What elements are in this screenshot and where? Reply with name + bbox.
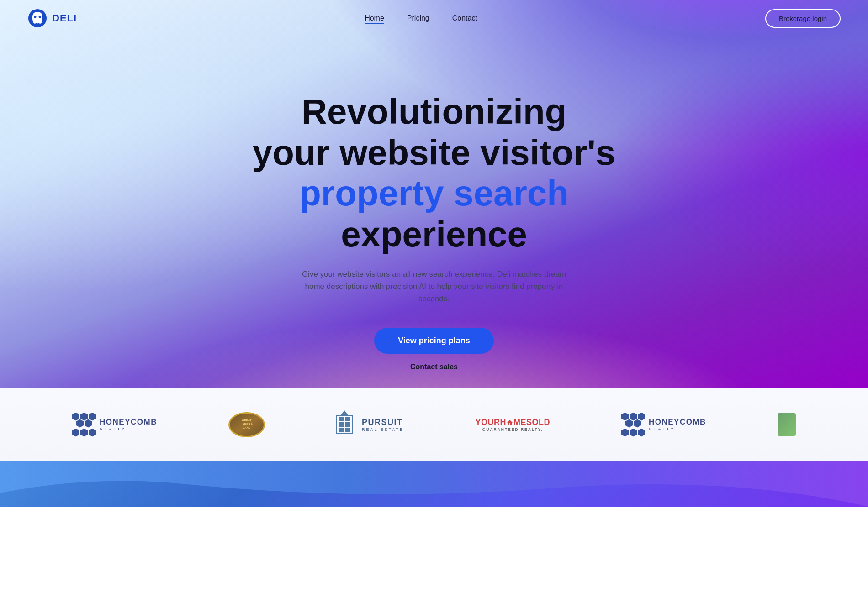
pursuit-building-icon [336,415,353,434]
honeycomb-1-sub: REALTY [100,427,157,431]
cta-group: View pricing plans Contact sales [374,328,494,371]
hex-row-b [625,419,645,428]
view-pricing-button[interactable]: View pricing plans [374,328,494,354]
yourhomesold-logo: YOUR H ME SOLD [475,418,550,427]
svg-point-3 [39,16,41,18]
hex-row-1 [72,413,96,421]
nav-contact-link[interactable]: Contact [452,14,477,22]
yhs-guaranteed: GUARANTEED REALTY. [482,427,543,432]
yhs-your: YOUR [475,418,500,427]
nav-links: Home Pricing Contact [365,14,477,22]
contact-sales-button[interactable]: Contact sales [410,363,458,371]
hero-title-highlight: property search [299,173,569,213]
navbar: DELi Home Pricing Contact Brokerage logi… [0,0,868,37]
footer-wave [0,461,868,507]
brokerage-login-button[interactable]: Brokerage login [765,9,841,28]
nav-pricing-link[interactable]: Pricing [407,14,429,22]
hero-title-line2: your website visitor's [253,132,615,173]
great-lakes-text: GREATLAKES &LAND [241,419,253,430]
honeycomb-realty-logo-1: HONEYCOMB REALTY [72,413,157,437]
hero-title: Revolutionizing your website visitor's p… [228,91,640,255]
hex-row-3 [72,429,96,437]
hero-title-end-word: experience [341,214,527,254]
hero-section: DELi Home Pricing Contact Brokerage logi… [0,0,868,388]
pursuit-sub: REAL ESTATE [362,427,404,432]
honeycomb-1-name: HONEYCOMB [100,418,157,427]
nav-pricing[interactable]: Pricing [407,14,429,22]
yhs-home: H ME [500,418,526,427]
logo-yourhomesold: YOUR H ME SOLD GUARANTEED REALTY. [475,418,550,432]
hex-row-c [621,429,645,437]
logo-great-lakes: GREATLAKES &LAND [228,412,265,437]
hero-title-line1: Revolutionizing [302,91,567,131]
deli-logo-icon [27,8,48,28]
svg-point-2 [34,16,37,18]
hex-row-2 [76,419,96,428]
great-lakes-badge: GREATLAKES &LAND [228,412,265,437]
logo-honeycomb-1: HONEYCOMB REALTY [72,413,157,437]
partial-logo-shape [778,413,796,436]
wave-svg [0,461,868,507]
pursuit-name: PURSUIT [362,418,404,427]
logo-container: DELi [27,8,77,28]
hero-content: Revolutionizing your website visitor's p… [0,37,868,371]
logo-pursuit: PURSUIT REAL ESTATE [336,415,404,434]
home-icon [507,419,513,425]
logo-text: DELi [52,12,77,24]
honeycomb-2-sub: REALTY [649,427,706,431]
nav-contact[interactable]: Contact [452,14,477,22]
logos-section: HONEYCOMB REALTY GREATLAKES &LAND [0,388,868,461]
pursuit-logo: PURSUIT REAL ESTATE [336,415,404,434]
nav-home[interactable]: Home [365,14,384,22]
yhs-sold: SOLD [526,418,550,427]
logo-partial [778,413,796,436]
honeycomb-realty-logo-2: HONEYCOMB REALTY [621,413,706,437]
hero-subtitle: Give your website visitors an all new se… [297,268,571,305]
nav-home-link[interactable]: Home [365,14,384,24]
hex-row-a [621,413,645,421]
logo-honeycomb-2: HONEYCOMB REALTY [621,413,706,437]
honeycomb-2-name: HONEYCOMB [649,418,706,427]
